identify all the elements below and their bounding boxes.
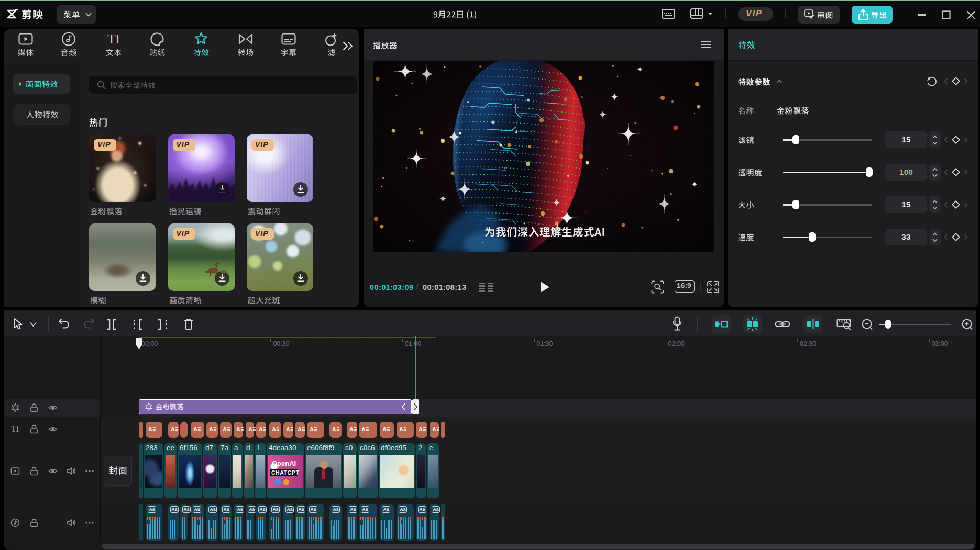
svg-text:A: A [248, 426, 252, 432]
svg-text:A: A [399, 426, 403, 432]
svg-text:A: A [272, 426, 276, 432]
svg-text:A: A [432, 426, 436, 432]
svg-text:A: A [298, 426, 302, 432]
svg-text:A: A [171, 426, 175, 432]
svg-text:A: A [349, 426, 354, 432]
svg-text:A: A [209, 426, 213, 432]
svg-text:A: A [286, 426, 290, 432]
svg-text:A: A [310, 426, 314, 432]
svg-text:A: A [193, 426, 197, 432]
svg-text:A: A [382, 426, 387, 432]
svg-text:A: A [148, 426, 152, 432]
svg-text:A: A [259, 426, 263, 432]
svg-text:A: A [223, 426, 227, 432]
svg-text:A: A [361, 426, 366, 432]
svg-text:A: A [332, 426, 336, 432]
svg-text:A: A [236, 426, 240, 432]
svg-text:TI: TI [107, 32, 120, 46]
svg-text:A: A [419, 426, 423, 432]
